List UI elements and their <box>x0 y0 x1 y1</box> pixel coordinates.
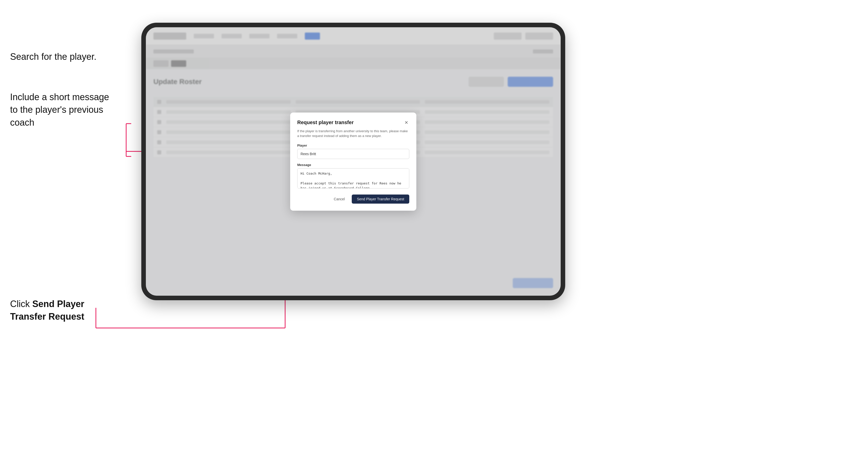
message-field-label: Message <box>297 163 409 167</box>
modal-description: If the player is transferring from anoth… <box>297 129 409 138</box>
annotation-click: Click Send Player Transfer Request <box>10 298 106 323</box>
modal-close-button[interactable]: ✕ <box>403 120 409 126</box>
player-input[interactable] <box>297 149 409 159</box>
tablet-device: Update Roster <box>141 23 565 300</box>
message-textarea[interactable]: Hi Coach McHarg, Please accept this tran… <box>297 168 409 188</box>
annotation-search: Search for the player. <box>10 51 116 63</box>
modal-overlay: Request player transfer ✕ If the player … <box>146 27 561 296</box>
screen: Update Roster <box>146 27 561 296</box>
annotation-message: Include a short message to the player's … <box>10 91 126 129</box>
modal-header: Request player transfer ✕ <box>297 120 409 126</box>
modal-title: Request player transfer <box>297 120 353 125</box>
send-transfer-request-button[interactable]: Send Player Transfer Request <box>352 194 409 204</box>
modal-footer: Cancel Send Player Transfer Request <box>297 194 409 204</box>
player-field-label: Player <box>297 144 409 147</box>
request-transfer-modal: Request player transfer ✕ If the player … <box>290 113 416 211</box>
cancel-button[interactable]: Cancel <box>330 195 349 203</box>
